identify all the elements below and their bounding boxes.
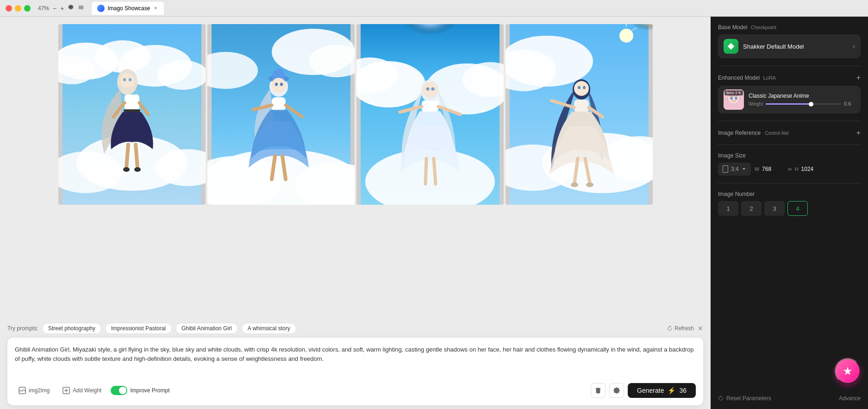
prompt-toolbar: img2img Add Weight I (15, 383, 696, 398)
size-h-input[interactable] (801, 166, 824, 172)
svg-point-21 (129, 78, 131, 82)
advance-btn[interactable]: Advance (839, 395, 861, 402)
sidebar-spacer (718, 223, 861, 351)
prompt-chip-3[interactable]: A whimsical story (242, 323, 296, 334)
add-lora-btn[interactable]: + (856, 74, 861, 82)
magic-icon (843, 366, 853, 376)
tab-close-btn[interactable]: ✕ (153, 6, 158, 11)
image-ref-text: Image Reference (718, 130, 761, 136)
svg-rect-14 (124, 109, 140, 112)
minimize-window-btn[interactable] (15, 5, 21, 12)
generated-image-1[interactable] (58, 24, 206, 205)
generated-image-2[interactable] (207, 24, 355, 205)
browser-bar: 47% − + Imago Showcase ✕ (0, 0, 868, 17)
settings-prompt-btn[interactable] (609, 383, 624, 398)
add-image-ref-btn[interactable]: + (856, 129, 861, 137)
model-card[interactable]: Shakker Default Model › (718, 34, 861, 58)
settings-btn[interactable] (68, 4, 74, 12)
size-w-input[interactable] (762, 166, 785, 172)
generate-btn[interactable]: Generate ⚡ 36 (628, 383, 696, 398)
lora-label: Enhanced Model LoRA (718, 75, 776, 81)
lora-slider-fill (766, 103, 811, 105)
tab-bar: Imago Showcase ✕ (92, 2, 164, 15)
prompt-textarea[interactable]: Ghibli Animation Girl, Miyazaki style, a… (15, 345, 696, 378)
number-btn-3[interactable]: 3 (764, 201, 785, 216)
svg-line-16 (136, 145, 137, 168)
svg-rect-0 (79, 6, 84, 6)
zoom-level: 47% (38, 5, 49, 12)
size-ratio-btn[interactable]: 3:4 (718, 163, 751, 176)
sidebar-fab-area (718, 358, 861, 384)
zoom-plus-btn[interactable]: + (60, 5, 64, 12)
tab-favicon (97, 5, 105, 12)
img2img-btn[interactable]: img2img (15, 385, 53, 396)
img2img-icon (19, 387, 26, 394)
menu-icon (78, 4, 84, 11)
image-reference-section: Image Reference Control-Net + (718, 129, 861, 137)
close-suggestions-btn[interactable]: ✕ (698, 325, 703, 332)
zoom-minus-btn[interactable]: − (53, 5, 56, 12)
svg-rect-1 (79, 7, 84, 7)
lora-slider-thumb (809, 102, 813, 107)
generate-label: Generate (637, 387, 664, 394)
reset-parameters-btn[interactable]: Reset Parameters (718, 395, 771, 402)
size-input-group: W ∞ H (755, 166, 861, 172)
lora-card: Beta 3 ✕ Classic Japanese Anime Weight 0… (718, 86, 861, 113)
try-prompts-label: Try prompts: (7, 325, 38, 332)
generate-circle-btn[interactable] (835, 358, 861, 384)
prompt-chip-1[interactable]: Impressionist Pastoral (105, 323, 172, 334)
window-controls (6, 5, 31, 12)
add-weight-btn[interactable]: Add Weight (59, 385, 105, 396)
svg-point-87 (730, 97, 733, 100)
delete-prompt-btn[interactable] (591, 383, 606, 398)
reset-icon (718, 396, 724, 401)
svg-point-76 (586, 182, 593, 187)
divider-3 (718, 145, 861, 145)
svg-rect-70 (574, 100, 589, 113)
lora-weight-row: Weight 0.6 (749, 101, 855, 107)
lora-badge: Beta 3 ✕ (724, 90, 743, 95)
image-ref-label: Image Reference Control-Net (718, 130, 789, 136)
svg-point-79 (583, 86, 586, 89)
improve-prompt-label: Improve Prompt (130, 387, 169, 394)
reset-label: Reset Parameters (726, 395, 771, 402)
close-window-btn[interactable] (6, 5, 12, 12)
toggle-track[interactable] (111, 386, 127, 395)
menu-btn[interactable] (78, 4, 84, 12)
svg-rect-13 (125, 94, 139, 111)
lora-slider[interactable] (766, 103, 841, 105)
canvas-area: Try prompts: Street photography Impressi… (0, 17, 711, 409)
base-model-section: Base Model Checkpoint Shakker Default Mo… (718, 24, 861, 58)
number-btn-4[interactable]: 4 (787, 201, 808, 216)
model-diamond-icon (727, 42, 735, 50)
image-ref-row: Image Reference Control-Net + (718, 129, 861, 137)
refresh-prompts-btn[interactable]: Refresh (667, 325, 694, 332)
svg-line-15 (126, 145, 128, 168)
maximize-window-btn[interactable] (24, 5, 31, 12)
number-btn-2[interactable]: 2 (741, 201, 762, 216)
settings-icon (613, 387, 620, 394)
lightning-icon: ⚡ (668, 387, 675, 394)
lora-label-text: Enhanced Model (718, 75, 760, 81)
img2img-label: img2img (29, 387, 50, 394)
lora-header: Enhanced Model LoRA + (718, 74, 861, 82)
active-tab[interactable]: Imago Showcase ✕ (92, 2, 164, 15)
control-net-badge: Control-Net (765, 131, 788, 136)
svg-point-88 (735, 97, 737, 100)
chevron-down-icon (742, 167, 746, 171)
generated-image-4[interactable] (506, 24, 653, 205)
svg-point-20 (123, 78, 126, 82)
lora-info: Classic Japanese Anime Weight 0.6 (749, 93, 855, 107)
number-btn-1[interactable]: 1 (718, 201, 738, 216)
trash-icon (595, 387, 601, 394)
svg-line-54 (425, 158, 426, 184)
generated-image-3[interactable] (356, 24, 504, 205)
link-icon: ∞ (788, 166, 792, 172)
prompt-chip-0[interactable]: Street photography (42, 323, 101, 334)
add-weight-icon (62, 387, 70, 394)
divider-1 (718, 66, 861, 66)
prompt-chip-2[interactable]: Ghibli Animation Girl (175, 323, 238, 334)
svg-line-55 (434, 158, 436, 184)
refresh-label: Refresh (674, 325, 694, 332)
model-icon (724, 39, 738, 54)
